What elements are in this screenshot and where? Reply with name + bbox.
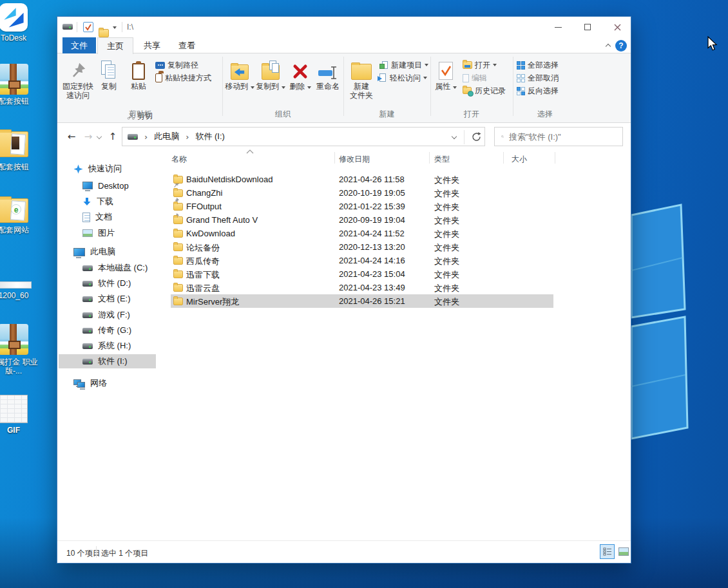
easy-access-icon	[379, 73, 387, 82]
back-button[interactable]: ←	[64, 129, 79, 144]
table-row[interactable]: FFOutput 2021-01-22 15:39 文件夹	[171, 200, 553, 213]
desktop-icon-rar-2[interactable]	[0, 324, 38, 355]
table-row[interactable]: 论坛备份 2020-12-13 13:20 文件夹	[171, 240, 553, 254]
banner-image-icon	[0, 281, 32, 289]
desktop-icon-folder-picture[interactable]	[0, 131, 38, 157]
desktop-label-folder-picture: 配套按钮	[0, 162, 43, 171]
new-folder-button[interactable]: 新建文件夹	[346, 57, 377, 100]
select-all-icon	[517, 61, 525, 70]
qat-new-folder-button[interactable]	[99, 29, 109, 37]
quick-access-star-icon	[73, 164, 83, 174]
search-box[interactable]	[494, 127, 623, 146]
table-row[interactable]: 迅雷云盘 2021-04-23 13:49 文件夹	[171, 281, 553, 294]
qat-properties-button[interactable]	[83, 22, 93, 32]
table-row[interactable]: ChangZhi 2020-10-19 19:05 文件夹	[171, 186, 553, 200]
sidebar-item-drive-h[interactable]: 系统 (H:)	[82, 339, 189, 353]
pin-to-quick-access-button[interactable]: 固定到快速访问	[61, 57, 95, 100]
breadcrumb-drive-i[interactable]: 软件 (I:)	[195, 131, 225, 142]
forward-button[interactable]: →	[81, 129, 96, 144]
explorer-window: I:\ 文件 主页 共享 查看 ? 固定到快速访问	[57, 16, 631, 564]
sidebar-item-drive-g[interactable]: 传奇 (G:)	[82, 323, 189, 337]
address-dropdown-icon[interactable]	[452, 134, 457, 139]
tab-home[interactable]: 主页	[97, 37, 133, 54]
refresh-icon[interactable]	[471, 131, 482, 142]
select-all-button[interactable]: 全部选择	[517, 59, 559, 71]
file-date: 2020-09-19 19:04	[339, 215, 405, 225]
file-name: Grand Theft Auto V	[186, 215, 258, 225]
folder-icon	[173, 203, 183, 211]
properties-button[interactable]: 属性	[433, 57, 459, 91]
table-row[interactable]: 迅雷下载 2021-04-23 15:04 文件夹	[171, 267, 553, 281]
item-count: 10 个项目	[66, 548, 101, 559]
rar-archive-icon	[0, 64, 28, 95]
file-date: 2020-12-13 13:20	[339, 242, 405, 252]
table-row[interactable]: Grand Theft Auto V 2020-09-19 19:04 文件夹	[171, 213, 553, 227]
table-row[interactable]: MirServer翔龙 2021-04-26 15:21 文件夹	[171, 294, 553, 308]
new-item-button[interactable]: 新建项目	[379, 59, 428, 71]
rename-button[interactable]: 重命名	[314, 57, 342, 91]
details-view-button[interactable]	[600, 544, 615, 559]
tab-share[interactable]: 共享	[136, 37, 168, 53]
qat-customize-dropdown[interactable]	[113, 26, 117, 29]
group-label-select: 选择	[514, 109, 576, 120]
group-label-new: 新建	[345, 109, 429, 120]
minimize-button[interactable]	[543, 17, 573, 37]
copy-button[interactable]: 复制	[96, 57, 122, 91]
sidebar-item-drive-i[interactable]: 软件 (I:)	[82, 354, 189, 368]
invert-selection-button[interactable]: 反向选择	[517, 85, 559, 97]
column-header-type[interactable]: 类型	[434, 154, 450, 165]
paste-button[interactable]: 粘贴	[123, 57, 154, 91]
file-name: ChangZhi	[186, 188, 222, 198]
rename-icon	[314, 57, 342, 80]
copy-path-button[interactable]: 复制路径	[155, 59, 198, 71]
breadcrumb[interactable]: › 此电脑 › 软件 (I:)	[122, 127, 485, 146]
desktop-icon-rar-1[interactable]	[0, 64, 38, 95]
tab-view[interactable]: 查看	[171, 37, 203, 53]
copy-to-button[interactable]: 复制到	[256, 57, 285, 91]
paste-shortcut-button[interactable]: 粘贴快捷方式	[155, 72, 211, 84]
sidebar-item-network[interactable]: 网络	[73, 376, 180, 390]
folder-icon	[173, 243, 183, 251]
file-type: 文件夹	[434, 202, 459, 213]
group-label-open: 打开	[432, 109, 512, 120]
column-header-size[interactable]: 大小	[512, 154, 527, 165]
sidebar-item-drive-f[interactable]: 游戏 (F:)	[82, 308, 189, 322]
table-row[interactable]: KwDownload 2021-04-24 11:52 文件夹	[171, 227, 553, 240]
group-label-organize: 组织	[224, 109, 342, 120]
this-pc-icon	[73, 248, 85, 256]
edit-button[interactable]: 编辑	[463, 72, 487, 84]
up-button[interactable]: ↑	[105, 129, 120, 144]
file-date: 2021-01-22 15:39	[339, 202, 405, 211]
group-label-clipboard: 剪贴板	[60, 109, 221, 120]
file-type: 文件夹	[434, 242, 459, 254]
search-input[interactable]	[509, 132, 622, 142]
thumbnail-view-button[interactable]	[616, 544, 631, 559]
close-button[interactable]	[602, 17, 632, 37]
tab-file[interactable]: 文件	[62, 37, 96, 53]
drive-icon	[82, 281, 93, 287]
folder-icon	[173, 230, 183, 238]
table-row[interactable]: BaiduNetdiskDownload 2021-04-26 11:58 文件…	[171, 173, 553, 186]
maximize-button[interactable]	[573, 17, 602, 37]
move-to-button[interactable]: 移动到	[225, 57, 254, 91]
help-button[interactable]: ?	[615, 40, 627, 52]
history-button[interactable]: 历史记录	[463, 85, 506, 97]
breadcrumb-this-pc[interactable]: 此电脑	[154, 131, 179, 142]
ribbon-group-select: 全部选择 全部取消 反向选择 选择	[514, 53, 576, 123]
open-button[interactable]: 打开	[463, 59, 497, 71]
ribbon-collapse-icon[interactable]	[606, 44, 611, 49]
desktop-icon-folder-web[interactable]: e	[0, 198, 38, 223]
desktop-icon-todesk[interactable]	[0, 3, 38, 32]
column-header-date[interactable]: 修改日期	[339, 154, 370, 165]
easy-access-button[interactable]: 轻松访问	[379, 72, 427, 84]
delete-button[interactable]: 删除	[287, 57, 314, 91]
address-bar: ← → ↑ › 此电脑 › 软件 (I:)	[57, 123, 631, 150]
window-drive-icon	[62, 24, 73, 30]
select-none-button[interactable]: 全部取消	[517, 72, 559, 84]
desktop-icon-gif[interactable]	[0, 395, 38, 423]
recent-locations-dropdown[interactable]	[97, 134, 102, 139]
breadcrumb-drive-icon	[128, 134, 138, 140]
desktop-icon-banner[interactable]	[0, 281, 38, 289]
table-row[interactable]: 西瓜传奇 2021-04-24 14:16 文件夹	[171, 254, 553, 267]
column-header-name[interactable]: 名称	[171, 154, 187, 165]
